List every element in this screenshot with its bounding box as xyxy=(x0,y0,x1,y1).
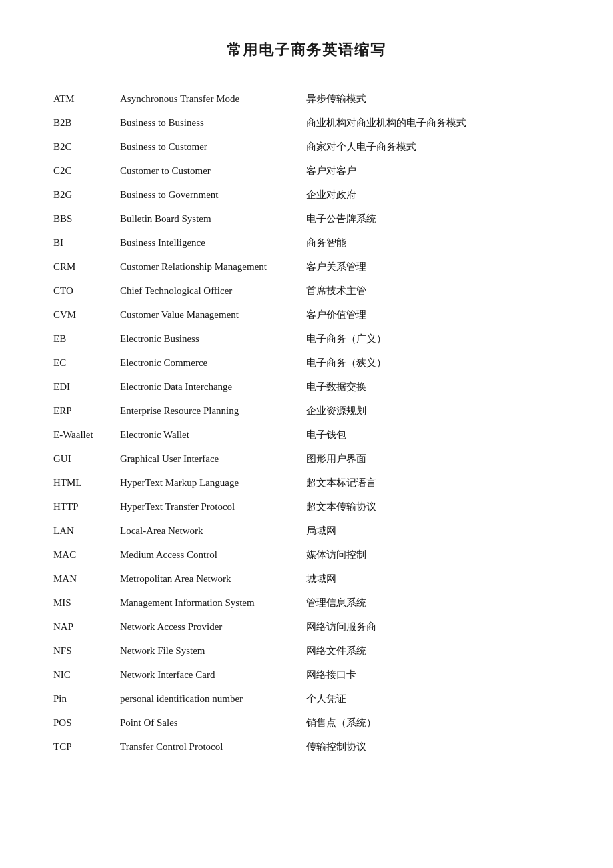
term-note: 企业对政府 xyxy=(306,187,413,203)
term-abbreviation: NFS xyxy=(53,643,120,659)
term-english: HyperText Transfer Protocol xyxy=(120,499,306,515)
term-chinese: 超文本传输协议 xyxy=(306,499,560,515)
term-english: HyperText Markup Language xyxy=(120,475,306,491)
term-chinese: 电子公告牌系统 xyxy=(306,211,560,227)
term-chinese: 网络接口卡 xyxy=(306,667,560,683)
list-item: GUIGraphical User Interface图形用户界面 xyxy=(53,447,560,471)
term-chinese: 首席技术主管 xyxy=(306,283,560,299)
list-item: NAPNetwork Access Provider网络访问服务商 xyxy=(53,615,560,639)
list-item: C2CCustomer to Customer客户对客户 xyxy=(53,159,560,183)
term-chinese: 电子商务（广义） xyxy=(306,331,560,347)
term-chinese: 异步传输模式 xyxy=(306,91,560,107)
list-item: ATMAsynchronous Transfer Mode异步传输模式 xyxy=(53,87,560,111)
term-english: Network File System xyxy=(120,643,306,659)
term-english: personal identification number xyxy=(120,691,306,707)
term-english: Graphical User Interface xyxy=(120,451,306,467)
term-english: Electronic Data Interchange xyxy=(120,379,306,395)
term-english: Transfer Control Protocol xyxy=(120,739,306,755)
term-english: Management Information System xyxy=(120,595,306,611)
term-abbreviation: MIS xyxy=(53,595,120,611)
term-english: Metropolitan Area Network xyxy=(120,571,306,587)
term-abbreviation: NIC xyxy=(53,667,120,683)
term-abbreviation: B2C xyxy=(53,139,120,155)
term-english: Customer to Customer xyxy=(120,163,306,179)
term-english: Medium Access Control xyxy=(120,547,306,563)
list-item: EBElectronic Business电子商务（广义） xyxy=(53,327,560,351)
term-chinese: 商务智能 xyxy=(306,235,560,251)
term-abbreviation: ATM xyxy=(53,91,120,107)
term-english: Customer Value Management xyxy=(120,307,306,323)
list-item: NICNetwork Interface Card网络接口卡 xyxy=(53,663,560,687)
term-english: Local-Area Network xyxy=(120,523,306,539)
list-item: CTOChief Technological Officer首席技术主管 xyxy=(53,279,560,303)
list-item: HTMLHyperText Markup Language超文本标记语言 xyxy=(53,471,560,495)
list-item: HTTPHyperText Transfer Protocol超文本传输协议 xyxy=(53,495,560,519)
list-item: LANLocal-Area Network局域网 xyxy=(53,519,560,543)
term-chinese: 管理信息系统 xyxy=(306,595,560,611)
term-chinese: 局域网 xyxy=(306,523,560,539)
terms-list: ATMAsynchronous Transfer Mode异步传输模式B2BBu… xyxy=(53,87,560,759)
term-chinese: 企业资源规划 xyxy=(306,403,560,419)
term-english: Enterprise Resource Planning xyxy=(120,403,306,419)
term-chinese: 网络文件系统 xyxy=(306,643,560,659)
term-english: Electronic Commerce xyxy=(120,355,306,371)
term-english: Business Intelligence xyxy=(120,235,306,251)
term-english: Electronic Business xyxy=(120,331,306,347)
term-abbreviation: B2G xyxy=(53,187,120,203)
term-abbreviation: ERP xyxy=(53,403,120,419)
list-item: EDIElectronic Data Interchange电子数据交换 xyxy=(53,375,560,399)
term-abbreviation: HTTP xyxy=(53,499,120,515)
term-chinese: 电子钱包 xyxy=(306,427,560,443)
term-english: Point Of Sales xyxy=(120,715,306,731)
list-item: TCPTransfer Control Protocol传输控制协议 xyxy=(53,735,560,759)
list-item: CVMCustomer Value Management客户价值管理 xyxy=(53,303,560,327)
term-chinese: 网络访问服务商 xyxy=(306,619,560,635)
list-item: BIBusiness Intelligence商务智能 xyxy=(53,231,560,255)
term-english: Business to Government xyxy=(120,187,306,203)
term-note: 商家对个人电子商务模式 xyxy=(306,139,416,155)
list-item: MISManagement Information System管理信息系统 xyxy=(53,591,560,615)
term-chinese: 传输控制协议 xyxy=(306,739,560,755)
term-abbreviation: E-Waallet xyxy=(53,427,120,443)
term-chinese: 城域网 xyxy=(306,571,560,587)
term-abbreviation: BI xyxy=(53,235,120,251)
term-abbreviation: BBS xyxy=(53,211,120,227)
term-chinese: 个人凭证 xyxy=(306,691,560,707)
term-abbreviation: TCP xyxy=(53,739,120,755)
term-chinese: 超文本标记语言 xyxy=(306,475,560,491)
list-item: MACMedium Access Control媒体访问控制 xyxy=(53,543,560,567)
page-title: 常用电子商务英语缩写 xyxy=(53,40,560,60)
list-item: POSPoint Of Sales销售点（系统） xyxy=(53,711,560,735)
term-abbreviation: Pin xyxy=(53,691,120,707)
term-chinese: 电子数据交换 xyxy=(306,379,560,395)
term-chinese: 电子商务（狭义） xyxy=(306,355,560,371)
term-abbreviation: LAN xyxy=(53,523,120,539)
term-english: Chief Technological Officer xyxy=(120,283,306,299)
term-chinese: 客户关系管理 xyxy=(306,259,560,275)
term-abbreviation: GUI xyxy=(53,451,120,467)
term-abbreviation: POS xyxy=(53,715,120,731)
term-abbreviation: CRM xyxy=(53,259,120,275)
term-note: 客户对客户 xyxy=(306,163,413,179)
list-item: CRMCustomer Relationship Management客户关系管… xyxy=(53,255,560,279)
list-item: ERPEnterprise Resource Planning企业资源规划 xyxy=(53,399,560,423)
term-abbreviation: CTO xyxy=(53,283,120,299)
list-item: Pinpersonal identification number个人凭证 xyxy=(53,687,560,711)
list-item: ECElectronic Commerce电子商务（狭义） xyxy=(53,351,560,375)
term-abbreviation: CVM xyxy=(53,307,120,323)
term-abbreviation: EB xyxy=(53,331,120,347)
term-english: Electronic Wallet xyxy=(120,427,306,443)
term-abbreviation: MAN xyxy=(53,571,120,587)
term-chinese: 销售点（系统） xyxy=(306,715,560,731)
term-english: Bulletin Board System xyxy=(120,211,306,227)
list-item: B2BBusiness to Business商业机构对商业机构的电子商务模式 xyxy=(53,111,560,135)
term-abbreviation: MAC xyxy=(53,547,120,563)
term-note: 商业机构对商业机构的电子商务模式 xyxy=(306,115,466,131)
term-english: Network Interface Card xyxy=(120,667,306,683)
term-abbreviation: B2B xyxy=(53,115,120,131)
list-item: B2GBusiness to Government企业对政府 xyxy=(53,183,560,207)
term-english: Business to Business xyxy=(120,115,306,131)
term-english: Asynchronous Transfer Mode xyxy=(120,91,306,107)
list-item: MANMetropolitan Area Network城域网 xyxy=(53,567,560,591)
term-abbreviation: C2C xyxy=(53,163,120,179)
